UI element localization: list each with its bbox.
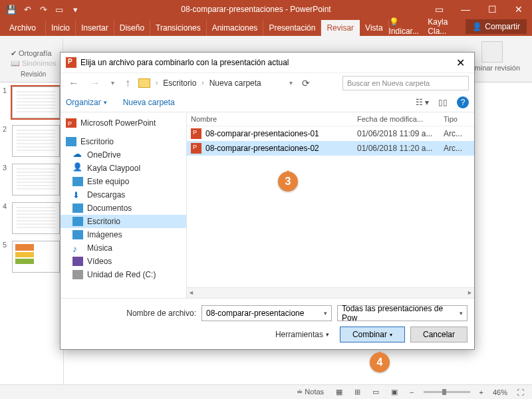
title-bar: 💾 ↶ ↷ ▭ ▾ 08-comparar-presentaciones - P… xyxy=(0,0,532,19)
tab-vista[interactable]: Vista xyxy=(360,20,388,36)
file-row[interactable]: 08-comparar-presentaciones-0201/06/2018 … xyxy=(187,141,474,156)
undo-icon[interactable]: ↶ xyxy=(21,5,33,15)
tree-ms-powerpoint[interactable]: Microsoft PowerPoint xyxy=(61,116,186,130)
folder-tree[interactable]: Microsoft PowerPoint Escritorio OneDrive… xyxy=(61,112,187,298)
zoom-value: 46% xyxy=(493,388,507,396)
filename-input[interactable]: 08-comparar-presentacione▾ xyxy=(201,305,332,321)
organize-button[interactable]: Organizar ▾ xyxy=(66,98,107,107)
thumb-4[interactable]: 4 xyxy=(3,202,61,234)
view-mode-button[interactable]: ☷ ▾ xyxy=(416,98,429,107)
horizontal-scrollbar[interactable] xyxy=(187,287,474,298)
powerpoint-file-icon xyxy=(191,143,201,154)
ico-vid-icon xyxy=(72,257,83,266)
view-sorter-icon[interactable]: ⊞ xyxy=(352,388,363,396)
tab-diseno[interactable]: Diseño xyxy=(114,20,150,36)
col-date[interactable]: Fecha de modifica... xyxy=(357,115,444,123)
chevron-right-icon: › xyxy=(156,79,158,86)
file-list-header[interactable]: Nombre Fecha de modifica... Tipo xyxy=(187,112,474,126)
tree-item[interactable]: Documentos xyxy=(61,201,186,215)
zoom-slider[interactable] xyxy=(424,391,470,393)
close-button[interactable]: ✕ xyxy=(505,4,532,15)
file-row[interactable]: 08-comparar-presentaciones-0101/06/2018 … xyxy=(187,126,474,141)
notes-button[interactable]: ≐ Notas xyxy=(294,388,327,396)
nav-back-icon[interactable]: ← xyxy=(66,77,82,89)
tell-me[interactable]: 💡 Indicar... xyxy=(389,17,422,36)
group-label: Revisión xyxy=(11,70,56,78)
thumb-3[interactable]: 3 xyxy=(3,164,61,196)
callout-4: 4 xyxy=(370,352,390,372)
tab-file[interactable]: Archivo xyxy=(0,20,46,36)
help-icon[interactable]: ? xyxy=(457,96,469,108)
tree-item[interactable]: Imágenes xyxy=(61,228,186,241)
nav-forward-icon[interactable]: → xyxy=(87,77,103,89)
dialog-close-button[interactable]: ✕ xyxy=(452,57,469,69)
view-reading-icon[interactable]: ▭ xyxy=(370,388,382,396)
col-type[interactable]: Tipo xyxy=(444,115,470,123)
zoom-out-icon[interactable]: − xyxy=(407,388,416,396)
crumb-escritorio[interactable]: Escritorio xyxy=(163,78,196,88)
view-slideshow-icon[interactable]: ▣ xyxy=(388,388,400,396)
view-normal-icon[interactable]: ▦ xyxy=(333,388,345,396)
slide-thumbnails[interactable]: 1 2 3 4 5 xyxy=(0,82,64,384)
dialog-body: Microsoft PowerPoint Escritorio OneDrive… xyxy=(61,112,474,298)
tree-item[interactable]: Escritorio xyxy=(61,215,186,228)
tree-escritorio-root[interactable]: Escritorio xyxy=(61,135,186,148)
group-revision: ✔ Ortografía 📖 Sinónimos Revisión xyxy=(4,39,63,79)
zoom-in-icon[interactable]: + xyxy=(477,388,486,396)
file-rows[interactable]: 08-comparar-presentaciones-0101/06/2018 … xyxy=(187,126,474,287)
minimize-button[interactable]: — xyxy=(452,4,479,15)
status-bar: ≐ Notas ▦ ⊞ ▭ ▣ − + 46% ⛶ xyxy=(0,384,532,399)
tab-revisar[interactable]: Revisar xyxy=(321,20,360,36)
tree-item[interactable]: Música xyxy=(61,241,186,255)
share-button[interactable]: 👤 Compartir xyxy=(466,19,527,34)
ico-mus-icon xyxy=(72,243,83,253)
file-filter-select[interactable]: Todas las presentaciones de Pow▾ xyxy=(337,305,467,321)
thesaurus-button[interactable]: 📖 Sinónimos xyxy=(11,59,56,68)
tree-item[interactable]: OneDrive xyxy=(61,148,186,162)
tab-animaciones[interactable]: Animaciones xyxy=(207,20,264,36)
signed-in-user[interactable]: Kayla Cla... xyxy=(428,17,459,36)
tree-item[interactable]: Descargas xyxy=(61,188,186,201)
tab-insertar[interactable]: Insertar xyxy=(76,20,114,36)
nav-up-icon[interactable]: ↑ xyxy=(122,77,133,89)
thumb-2[interactable]: 2 xyxy=(3,125,61,157)
refresh-icon[interactable]: ⟳ xyxy=(302,78,310,88)
spelling-button[interactable]: ✔ Ortografía xyxy=(11,49,56,58)
preview-pane-button[interactable]: ▯▯ xyxy=(438,98,448,107)
nav-recent-icon[interactable]: ▾ xyxy=(108,79,117,86)
callout-3: 3 xyxy=(278,172,298,192)
col-name[interactable]: Nombre xyxy=(191,115,357,123)
thumb-5[interactable]: 5 xyxy=(3,241,61,273)
tree-item[interactable]: Kayla Claypool xyxy=(61,162,186,175)
search-input[interactable]: Buscar en Nueva carpeta xyxy=(342,76,469,90)
tab-transiciones[interactable]: Transiciones xyxy=(150,20,207,36)
tab-presentacion[interactable]: Presentación xyxy=(263,20,321,36)
tree-item[interactable]: Este equipo xyxy=(61,175,186,188)
end-review-icon xyxy=(481,41,503,63)
start-slideshow-icon[interactable]: ▭ xyxy=(53,5,65,15)
powerpoint-icon xyxy=(66,57,76,68)
tools-button[interactable]: Herramientas ▾ xyxy=(275,330,329,339)
cancel-button[interactable]: Cancelar xyxy=(410,327,467,342)
dialog-nav: ← → ▾ ↑ › Escritorio › Nueva carpeta ▾ ⟳… xyxy=(61,72,474,92)
ico-pc-icon xyxy=(72,177,83,186)
fit-window-icon[interactable]: ⛶ xyxy=(514,388,527,396)
save-icon[interactable]: 💾 xyxy=(5,5,17,15)
chevron-down-icon[interactable]: ▾ xyxy=(289,79,293,86)
tree-item[interactable]: Vídeos xyxy=(61,255,186,268)
ribbon-options-icon[interactable]: ▭ xyxy=(426,4,452,15)
redo-icon[interactable]: ↷ xyxy=(37,5,49,15)
window-title: 08-comparar-presentaciones - PowerPoint xyxy=(86,5,426,14)
ico-cloud-icon xyxy=(72,150,83,160)
tab-inicio[interactable]: Inicio xyxy=(46,20,76,36)
folder-icon xyxy=(138,78,150,88)
combine-button[interactable]: Combinar ▾ xyxy=(340,327,405,342)
thumb-1[interactable]: 1 xyxy=(3,86,61,118)
chevron-right-icon: › xyxy=(201,79,203,86)
tree-item[interactable]: Unidad de Red (C:) xyxy=(61,268,186,281)
new-folder-button[interactable]: Nueva carpeta xyxy=(123,98,175,107)
qat-more-icon[interactable]: ▾ xyxy=(69,5,81,15)
crumb-nueva-carpeta[interactable]: Nueva carpeta xyxy=(209,78,261,88)
ico-user-icon xyxy=(72,164,83,173)
maximize-button[interactable]: ☐ xyxy=(479,4,505,15)
